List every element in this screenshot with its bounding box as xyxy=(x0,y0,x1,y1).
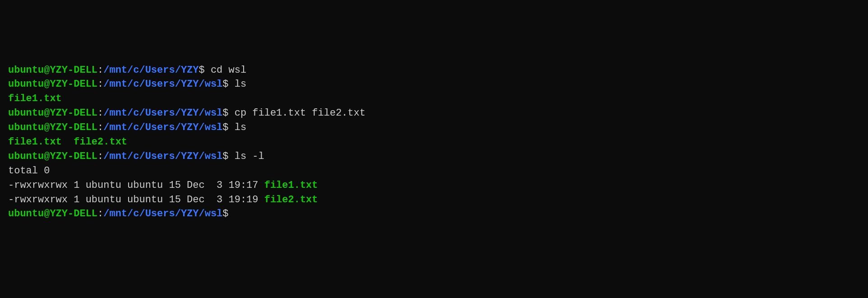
terminal-line: ubuntu@YZY-DELL:/mnt/c/Users/YZY/wsl$ xyxy=(8,207,860,221)
terminal-segment-user-host: ubuntu@YZY-DELL xyxy=(8,79,97,90)
terminal-segment-plain: : xyxy=(97,65,103,76)
terminal-segment-plain: : xyxy=(97,151,103,162)
terminal-line: -rwxrwxrwx 1 ubuntu ubuntu 15 Dec 3 19:1… xyxy=(8,178,860,193)
terminal-segment-path: /mnt/c/Users/YZY/wsl xyxy=(103,107,222,119)
terminal-segment-prompt-symbol: $ xyxy=(199,65,210,76)
terminal-segment-file-green: file2.txt xyxy=(74,136,127,148)
terminal-segment-cmd: cd wsl xyxy=(211,65,246,76)
terminal-segment-path: /mnt/c/Users/YZY/wsl xyxy=(103,122,222,133)
terminal-line: ubuntu@YZY-DELL:/mnt/c/Users/YZY/wsl$ ls xyxy=(8,121,860,135)
terminal-segment-plain: : xyxy=(97,122,103,133)
terminal-segment-plain: : xyxy=(97,208,103,219)
terminal-segment-path: /mnt/c/Users/YZY/wsl xyxy=(103,208,222,219)
terminal-segment-user-host: ubuntu@YZY-DELL xyxy=(8,122,97,133)
terminal-line: total 0 xyxy=(8,164,860,178)
terminal-segment-cmd: cp file1.txt file2.txt xyxy=(235,107,365,119)
terminal-segment-plain: total 0 xyxy=(8,165,50,177)
terminal-segment-plain: -rwxrwxrwx 1 ubuntu ubuntu 15 Dec 3 19:1… xyxy=(8,194,264,205)
terminal-segment-prompt-symbol: $ xyxy=(222,208,234,219)
terminal-segment-plain: -rwxrwxrwx 1 ubuntu ubuntu 15 Dec 3 19:1… xyxy=(8,180,264,191)
terminal-output[interactable]: ubuntu@YZY-DELL:/mnt/c/Users/YZY$ cd wsl… xyxy=(8,63,860,222)
terminal-segment-prompt-symbol: $ xyxy=(222,79,234,90)
terminal-segment-user-host: ubuntu@YZY-DELL xyxy=(8,151,97,162)
terminal-line: ubuntu@YZY-DELL:/mnt/c/Users/YZY$ cd wsl xyxy=(8,63,860,78)
terminal-line: ubuntu@YZY-DELL:/mnt/c/Users/YZY/wsl$ ls xyxy=(8,77,860,92)
terminal-line: ubuntu@YZY-DELL:/mnt/c/Users/YZY/wsl$ cp… xyxy=(8,106,860,121)
terminal-segment-file-green: file1.txt xyxy=(8,93,62,104)
terminal-segment-path: /mnt/c/Users/YZY/wsl xyxy=(103,151,222,162)
terminal-segment-user-host: ubuntu@YZY-DELL xyxy=(8,107,97,119)
terminal-segment-prompt-symbol: $ xyxy=(222,151,234,162)
terminal-segment-file-green: file2.txt xyxy=(264,194,318,205)
terminal-segment-user-host: ubuntu@YZY-DELL xyxy=(8,65,97,76)
terminal-segment-file-green: file1.txt xyxy=(8,136,62,148)
terminal-segment-file-green: file1.txt xyxy=(264,180,318,191)
terminal-segment-cmd: ls xyxy=(235,122,246,133)
terminal-line: file1.txt file2.txt xyxy=(8,135,860,149)
terminal-segment-prompt-symbol: $ xyxy=(222,107,234,119)
terminal-line: ubuntu@YZY-DELL:/mnt/c/Users/YZY/wsl$ ls… xyxy=(8,149,860,164)
terminal-segment-path: /mnt/c/Users/YZY/wsl xyxy=(103,79,222,90)
terminal-segment-user-host: ubuntu@YZY-DELL xyxy=(8,208,97,219)
terminal-segment-prompt-symbol: $ xyxy=(222,122,234,133)
terminal-segment-plain xyxy=(62,136,74,148)
terminal-line: file1.txt xyxy=(8,92,860,106)
terminal-segment-plain: : xyxy=(97,79,103,90)
terminal-segment-path: /mnt/c/Users/YZY xyxy=(103,65,199,76)
terminal-segment-plain: : xyxy=(97,107,103,119)
terminal-segment-cmd: ls -l xyxy=(235,151,264,162)
terminal-line: -rwxrwxrwx 1 ubuntu ubuntu 15 Dec 3 19:1… xyxy=(8,193,860,207)
terminal-segment-cmd: ls xyxy=(235,79,246,90)
